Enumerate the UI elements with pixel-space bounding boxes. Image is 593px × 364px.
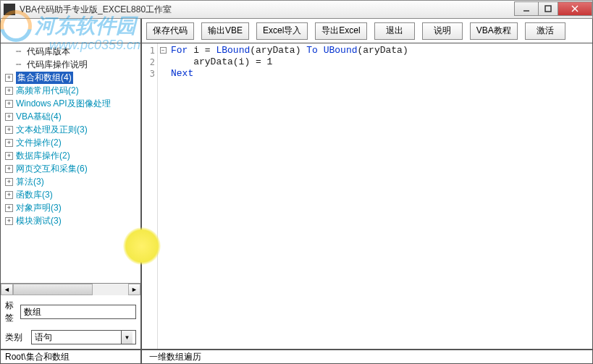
tag-label: 标签: [5, 300, 16, 324]
status-description: 一维数组遍历: [142, 351, 201, 363]
close-button[interactable]: [558, 1, 592, 16]
chevron-down-icon[interactable]: ▼: [121, 331, 133, 344]
expand-plus-icon[interactable]: +: [5, 126, 13, 134]
statusbar: Root\集合和数组 一维数组遍历: [0, 350, 593, 364]
tree-item[interactable]: +函数库(3): [5, 188, 139, 201]
exit-button[interactable]: 退出: [374, 22, 415, 40]
tree-hscrollbar[interactable]: ◄ ►: [1, 283, 140, 295]
tree-item-label: 集合和数组(4): [16, 72, 73, 84]
tree-item[interactable]: +数据库操作(2): [5, 149, 139, 162]
tree-item-label: 算法(3): [16, 176, 44, 188]
tree-item-label: 网页交互和采集(6): [16, 163, 88, 175]
tree-item-label: Windows API及图像处理: [16, 98, 111, 110]
expand-plus-icon[interactable]: +: [5, 178, 13, 186]
sidebar-toolbar: [1, 19, 140, 43]
tree-item-label: 模块测试(3): [16, 215, 62, 227]
tree-item[interactable]: +文本处理及正则(3): [5, 123, 139, 136]
tree-item-label: 高频常用代码(2): [16, 85, 79, 97]
line-gutter: 1 2 3: [142, 43, 158, 349]
expand-plus-icon[interactable]: +: [5, 74, 13, 82]
window-title: VBA代码助手专业版_EXCEL880工作室: [20, 4, 514, 16]
expand-plus-icon[interactable]: +: [5, 217, 13, 225]
status-path: Root\集合和数组: [1, 350, 142, 363]
save-code-button[interactable]: 保存代码: [146, 22, 194, 40]
svg-rect-1: [545, 6, 551, 12]
tree-item-label: 对象声明(3): [16, 202, 62, 214]
tree-item-label: 文件操作(2): [16, 137, 62, 149]
tree-item-label: 数据库操作(2): [16, 150, 70, 162]
tree-item[interactable]: +模块测试(3): [5, 214, 139, 227]
tree-item[interactable]: ┈代码库操作说明: [5, 58, 139, 71]
code-editor[interactable]: 1 2 3 − For i = LBound(aryData) To UBoun…: [142, 43, 592, 349]
fold-column: −: [158, 43, 168, 349]
tag-input[interactable]: [20, 305, 136, 319]
expand-plus-icon[interactable]: +: [5, 204, 13, 212]
tree-item[interactable]: +网页交互和采集(6): [5, 162, 139, 175]
tree-item[interactable]: +集合和数组(4): [5, 71, 139, 84]
app-icon: [4, 4, 15, 15]
main-toolbar: 保存代码 输出VBE Excel导入 导出Excel 退出 说明 VBA教程 激…: [142, 19, 592, 43]
tree-item-label: VBA基础(4): [16, 111, 62, 123]
tree-item[interactable]: +VBA基础(4): [5, 110, 139, 123]
sidebar: ┈代码库版本┈代码库操作说明+集合和数组(4)+高频常用代码(2)+Window…: [1, 19, 142, 349]
maximize-button[interactable]: [538, 1, 558, 16]
excel-export-button[interactable]: 导出Excel: [315, 22, 366, 40]
code-tree[interactable]: ┈代码库版本┈代码库操作说明+集合和数组(4)+高频常用代码(2)+Window…: [1, 43, 140, 283]
expand-plus-icon[interactable]: +: [5, 139, 13, 147]
tree-item-label: 文本处理及正则(3): [16, 124, 88, 136]
activate-button[interactable]: 激活: [525, 22, 565, 40]
expand-plus-icon[interactable]: +: [5, 152, 13, 160]
tree-item-label: 代码库版本: [27, 46, 70, 58]
expand-plus-icon[interactable]: +: [5, 165, 13, 173]
minimize-button[interactable]: [514, 1, 539, 16]
expand-plus-icon[interactable]: +: [5, 113, 13, 121]
excel-import-button[interactable]: Excel导入: [256, 22, 308, 40]
scroll-thumb[interactable]: [13, 284, 93, 295]
tree-item[interactable]: +对象声明(3): [5, 201, 139, 214]
tree-item[interactable]: +Windows API及图像处理: [5, 97, 139, 110]
code-content[interactable]: For i = LBound(aryData) To UBound(aryDat…: [168, 43, 592, 349]
vba-tutorial-button[interactable]: VBA教程: [470, 22, 518, 40]
tree-item[interactable]: +算法(3): [5, 175, 139, 188]
scroll-right-icon[interactable]: ►: [128, 284, 140, 295]
titlebar: VBA代码助手专业版_EXCEL880工作室: [0, 0, 593, 19]
tree-item[interactable]: ┈代码库版本: [5, 45, 139, 58]
help-button[interactable]: 说明: [422, 22, 463, 40]
main-panel: 保存代码 输出VBE Excel导入 导出Excel 退出 说明 VBA教程 激…: [142, 19, 592, 349]
scroll-left-icon[interactable]: ◄: [1, 284, 13, 295]
category-label: 类别: [5, 331, 27, 344]
expand-plus-icon[interactable]: +: [5, 191, 13, 199]
expand-plus-icon[interactable]: +: [5, 87, 13, 95]
export-vbe-button[interactable]: 输出VBE: [201, 22, 249, 40]
fold-minus-icon[interactable]: −: [160, 47, 167, 54]
category-value: 语句: [35, 331, 52, 344]
tree-item[interactable]: +文件操作(2): [5, 136, 139, 149]
expand-plus-icon[interactable]: +: [5, 100, 13, 108]
category-select[interactable]: 语句 ▼: [31, 330, 136, 344]
tree-item-label: 函数库(3): [16, 189, 53, 201]
tree-item[interactable]: +高频常用代码(2): [5, 84, 139, 97]
tree-item-label: 代码库操作说明: [27, 59, 88, 71]
